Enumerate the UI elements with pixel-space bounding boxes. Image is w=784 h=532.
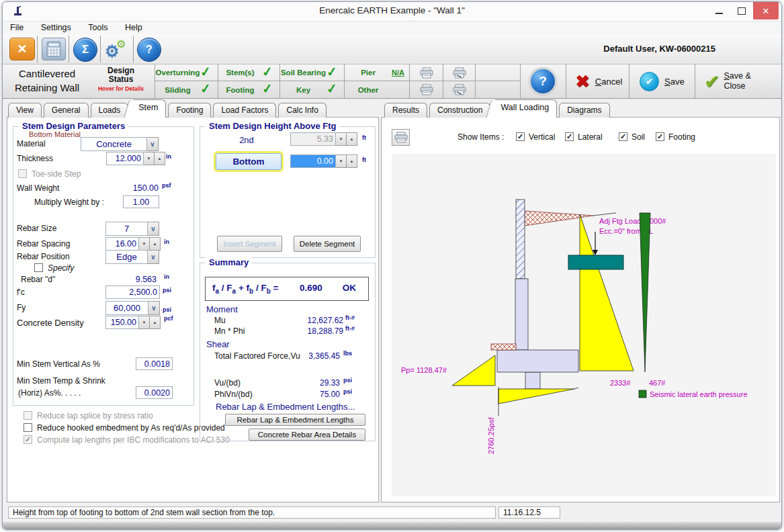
show-soil-checkbox[interactable]: ✓ — [619, 132, 627, 141]
concrete-density-spinner: ▼ ▲ — [105, 316, 161, 329]
concrete-density-unit: pcf — [164, 315, 173, 322]
print-button-1[interactable] — [409, 64, 443, 81]
save-close-button[interactable]: ✔ Save &Close — [704, 64, 751, 98]
status-pier: PierN/A — [344, 64, 409, 81]
toe-soil-hatch — [491, 344, 516, 350]
na-icon: N/A — [392, 69, 409, 77]
spin-up-icon[interactable]: ▲ — [347, 154, 357, 168]
show-lateral-label: Lateral — [578, 132, 603, 142]
stem-panel: Stem Design Parameters Bottom Material M… — [7, 117, 379, 502]
vu-unit: lbs — [343, 350, 352, 357]
cancel-button[interactable]: ✖ Cancel — [575, 64, 622, 98]
menu-item-file[interactable]: File — [3, 21, 31, 34]
toe-side-step-checkbox[interactable] — [18, 169, 27, 178]
rebar-position-label: Rebar Position — [17, 252, 70, 261]
menu-item-help[interactable]: Help — [118, 21, 150, 34]
spin-down-icon[interactable]: ▼ — [336, 132, 347, 146]
spin-up-icon[interactable]: ▲ — [150, 316, 161, 329]
spin-down-icon[interactable]: ▼ — [139, 237, 150, 251]
rebar-area-button[interactable]: Concrete Rebar Area Details — [249, 429, 365, 441]
save-check-icon: ✔ — [640, 72, 659, 91]
tab-stem[interactable]: Stem — [130, 99, 166, 118]
rebar-position-select[interactable]: Edge ∨ — [105, 250, 159, 264]
maximize-button[interactable] — [730, 2, 753, 19]
statusbar: Height from top of footing to bottom of … — [3, 505, 781, 521]
calculation-button[interactable]: Σ — [73, 38, 97, 62]
spin-down-icon[interactable]: ▼ — [336, 154, 347, 168]
phivn-value: 75.00 — [269, 390, 340, 399]
tab-view[interactable]: View — [8, 103, 42, 118]
fc-input[interactable] — [105, 285, 160, 299]
print-button-2[interactable] — [409, 81, 443, 98]
insert-segment-button[interactable]: Insert Segment — [217, 236, 282, 252]
rebar-lap-button[interactable]: Rebar Lap & Embedment Lengths — [225, 414, 365, 426]
print-setup-button-2[interactable] — [443, 81, 475, 98]
bottom-height-input[interactable] — [290, 154, 336, 168]
print-diagram-button[interactable] — [392, 129, 410, 146]
tab-diagrams[interactable]: Diagrams — [559, 103, 609, 118]
spin-up-icon[interactable]: ▲ — [347, 132, 357, 146]
dropdown-icon[interactable]: ∨ — [147, 137, 159, 151]
vubd-value: 29.33 — [269, 378, 340, 388]
rebar-size-select[interactable]: 7 ∨ — [105, 222, 159, 236]
reduce-lap-splice-checkbox[interactable] — [24, 411, 32, 420]
material-label: Material — [17, 139, 46, 148]
settings-button[interactable]: ⚙ ⚙ — [103, 38, 129, 62]
exit-button[interactable]: ✕ — [9, 38, 35, 60]
spin-down-icon[interactable]: ▼ — [144, 152, 155, 165]
tab-footing[interactable]: Footing — [168, 103, 211, 118]
show-footing-checkbox[interactable]: ✓ — [656, 132, 664, 141]
spin-up-icon[interactable]: ▲ — [150, 237, 161, 251]
calculator-button[interactable] — [42, 38, 66, 60]
min-vert-input[interactable] — [136, 357, 173, 370]
tab-construction[interactable]: Construction — [429, 103, 490, 118]
second-height-input[interactable] — [290, 132, 336, 146]
wall-weight-unit: psf — [162, 182, 171, 189]
dropdown-icon[interactable]: ∨ — [148, 250, 159, 264]
dropdown-icon[interactable]: ∨ — [148, 222, 159, 236]
status-empty-cell — [475, 64, 520, 81]
fy-select[interactable]: 60,000 ∨ — [105, 301, 160, 315]
group-title: Stem Design Height Above Ftg — [206, 121, 339, 131]
menu-item-settings[interactable]: Settings — [34, 21, 79, 34]
bottom-segment-button[interactable]: Bottom — [216, 153, 281, 170]
close-button[interactable]: ✕ — [753, 2, 779, 19]
footing-key — [525, 372, 540, 389]
window-bottom-edge — [3, 522, 781, 529]
tab-load-factors[interactable]: Load Factors — [213, 103, 276, 118]
spin-down-icon[interactable]: ▼ — [139, 316, 150, 329]
tab-wall-loading[interactable]: Wall Loading — [492, 99, 557, 118]
menu-item-tools[interactable]: Tools — [81, 21, 115, 34]
spin-up-icon[interactable]: ▲ — [155, 152, 165, 165]
specify-checkbox[interactable] — [34, 263, 43, 272]
dropdown-icon[interactable]: ∨ — [148, 301, 160, 315]
check-icon: ✓ — [261, 80, 280, 97]
material-select[interactable]: Concrete ∨ — [81, 137, 159, 151]
tab-calc-info[interactable]: Calc Info — [278, 103, 326, 118]
show-lateral-checkbox[interactable]: ✓ — [565, 132, 574, 141]
concrete-density-input[interactable] — [105, 316, 139, 329]
rebar-spacing-input[interactable] — [105, 237, 139, 251]
help-toolbar-button[interactable]: ? — [137, 38, 161, 62]
minimize-button[interactable] — [707, 2, 730, 19]
help-button[interactable]: ? — [529, 64, 556, 98]
reduce-hooked-label: Reduce hooked embedment by As req'd/As p… — [37, 423, 225, 433]
status-empty-cell — [475, 81, 520, 98]
tab-loads[interactable]: Loads — [91, 103, 129, 118]
tab-results[interactable]: Results — [384, 103, 427, 118]
printer-setup-icon — [453, 67, 466, 79]
multiply-weight-input[interactable] — [123, 195, 159, 208]
show-items-label: Show Items : — [458, 132, 504, 142]
show-vertical-checkbox[interactable]: ✓ — [516, 132, 525, 141]
print-setup-button-1[interactable] — [443, 64, 475, 81]
multiply-weight-label: Multiply Weight by : — [34, 197, 104, 207]
save-button[interactable]: ✔ Save — [640, 64, 685, 98]
bottom-height-unit: ft — [362, 157, 366, 163]
min-temp-input[interactable] — [136, 386, 173, 399]
thickness-input[interactable] — [106, 152, 144, 165]
reduce-hooked-checkbox[interactable] — [24, 423, 32, 432]
compute-lap-checkbox[interactable]: ✓ — [24, 435, 32, 444]
tab-general[interactable]: General — [44, 103, 89, 118]
delete-segment-button[interactable]: Delete Segment — [294, 236, 361, 252]
second-segment-label: 2nd — [206, 135, 287, 145]
